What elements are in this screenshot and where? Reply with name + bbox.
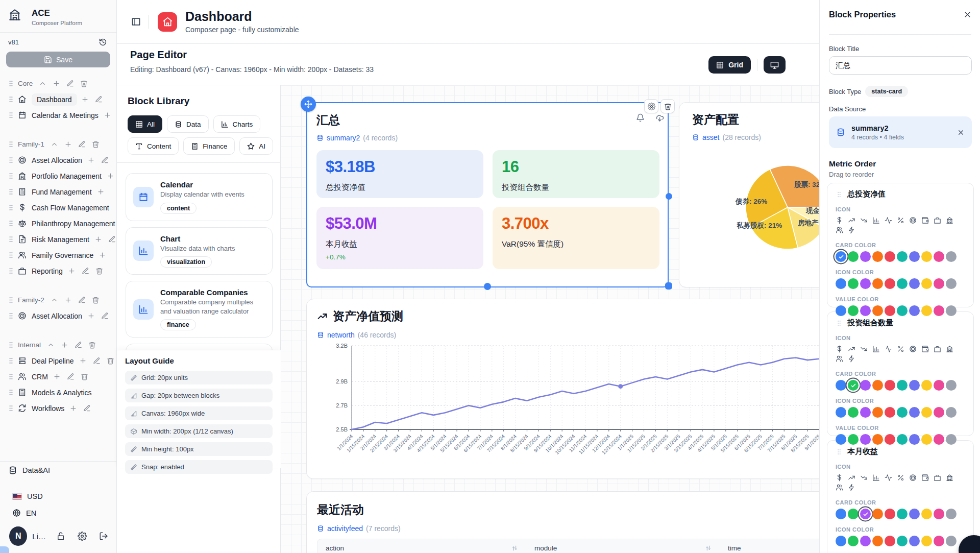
item-pencil-button[interactable] (67, 373, 75, 380)
item-trash-button[interactable] (107, 357, 114, 365)
color-dot-5[interactable] (897, 278, 908, 289)
section-chevUp-button[interactable] (39, 80, 46, 87)
metric-icon-target[interactable] (909, 215, 917, 225)
item-plus-button[interactable] (87, 312, 95, 320)
section-plus-button[interactable] (64, 296, 72, 304)
drag-handle-icon[interactable] (7, 357, 15, 365)
metric-icon-trendDown[interactable] (860, 473, 868, 483)
item-pencil-button[interactable] (101, 156, 109, 164)
resize-corner-handle[interactable] (665, 282, 672, 290)
sidebar-item-cash-flow-management[interactable]: Cash Flow Management (0, 200, 116, 215)
color-dot-6[interactable] (909, 380, 920, 391)
item-pencil-button[interactable] (101, 312, 109, 320)
color-dot-2[interactable] (860, 509, 871, 519)
metric-icon-wallet[interactable] (921, 344, 929, 354)
block-summary[interactable]: 汇总summary2(4 records)$3.18B总投资净值16投资组合数量… (306, 102, 669, 287)
color-dot-6[interactable] (909, 278, 920, 289)
sidebar-item-risk-management[interactable]: Risk Management (0, 231, 116, 247)
drag-handle-icon[interactable] (7, 341, 15, 349)
section-plus-button[interactable] (61, 341, 68, 349)
color-dot-3[interactable] (872, 380, 883, 391)
metric-icon-briefcase[interactable] (934, 344, 941, 354)
drag-handle-icon[interactable] (836, 191, 843, 198)
column-header-time[interactable]: time (717, 544, 819, 552)
color-dot-3[interactable] (872, 509, 883, 519)
metric-icon-wallet[interactable] (921, 215, 929, 225)
block-networth[interactable]: 资产净值预测networth(46 records)1/1/20241/15/2… (306, 299, 819, 479)
color-dot-3[interactable] (872, 278, 883, 289)
section-trash-button[interactable] (92, 140, 100, 148)
source-name[interactable]: summary2 (327, 134, 360, 142)
metric-icon-lightning[interactable] (848, 354, 855, 364)
item-plus-button[interactable] (68, 267, 76, 275)
color-dot-3[interactable] (872, 407, 883, 418)
metric-icon-trendUp[interactable] (848, 473, 855, 483)
item-trash-button[interactable] (95, 267, 103, 275)
section-trash-button[interactable] (80, 80, 88, 87)
metric-icon-percent[interactable] (897, 215, 904, 225)
block-activity[interactable]: 最近活动activityfeed(7 records)actionmodulet… (306, 491, 819, 553)
sidebar-item-family-governance[interactable]: Family Governance (0, 247, 116, 263)
block-title-input[interactable]: 汇总 (829, 56, 972, 75)
color-dot-7[interactable] (921, 305, 932, 316)
source-name[interactable]: activityfeed (327, 524, 363, 533)
metric-icon-bank[interactable] (946, 344, 953, 354)
drag-handle-icon[interactable] (7, 296, 15, 304)
item-plus-button[interactable] (79, 357, 87, 365)
save-button[interactable]: Save (6, 52, 110, 67)
move-handle[interactable] (301, 97, 316, 112)
metric-icon-trendDown[interactable] (860, 215, 868, 225)
color-dot-2[interactable] (860, 536, 871, 546)
color-dot-4[interactable] (885, 407, 895, 418)
panel-toggle-button[interactable] (131, 17, 141, 27)
metric-icon-chart[interactable] (872, 473, 880, 483)
color-dot-2[interactable] (860, 278, 871, 289)
color-dot-5[interactable] (897, 251, 908, 262)
sidebar-item-deal-pipeline[interactable]: Deal Pipeline (0, 353, 116, 369)
color-dot-2[interactable] (860, 251, 871, 262)
color-dot-9[interactable] (946, 251, 957, 262)
color-dot-6[interactable] (909, 305, 920, 316)
filter-chip-finance[interactable]: Finance (183, 137, 235, 155)
color-dot-7[interactable] (921, 278, 932, 289)
metric-icon-target[interactable] (909, 344, 917, 354)
color-dot-3[interactable] (872, 536, 883, 546)
color-dot-6[interactable] (909, 434, 920, 445)
color-dot-0[interactable] (836, 278, 846, 289)
library-card-calendar[interactable]: CalendarDisplay calendar with eventscont… (126, 173, 273, 221)
drag-handle-icon[interactable] (7, 220, 15, 227)
history-button[interactable] (99, 38, 107, 46)
item-plus-button[interactable] (107, 172, 114, 180)
language-selector[interactable]: EN (0, 504, 116, 521)
item-plus-button[interactable] (69, 404, 77, 412)
color-dot-9[interactable] (946, 536, 957, 546)
preview-button[interactable] (764, 56, 786, 74)
color-dot-1[interactable] (848, 305, 859, 316)
color-dot-4[interactable] (885, 251, 895, 262)
section-trash-button[interactable] (92, 296, 100, 304)
drag-handle-icon[interactable] (7, 111, 15, 119)
sidebar-item-models-analytics[interactable]: Models & Analytics (0, 384, 116, 400)
metric-icon-trendDown[interactable] (860, 344, 868, 354)
color-dot-0[interactable] (836, 434, 846, 445)
color-dot-3[interactable] (872, 251, 883, 262)
library-card-comparable-companies[interactable]: Comparable CompaniesComparable company m… (126, 281, 273, 338)
color-dot-4[interactable] (885, 305, 895, 316)
section-pencil-button[interactable] (78, 140, 86, 148)
color-dot-1[interactable] (848, 509, 859, 519)
color-dot-0[interactable] (836, 251, 846, 262)
drag-handle-icon[interactable] (7, 373, 15, 380)
item-pencil-button[interactable] (83, 404, 91, 412)
grid-button[interactable]: Grid (708, 56, 751, 74)
color-dot-4[interactable] (885, 434, 895, 445)
column-header-module[interactable]: module (523, 544, 705, 552)
color-dot-5[interactable] (897, 305, 908, 316)
color-dot-2[interactable] (860, 434, 871, 445)
color-dot-6[interactable] (909, 251, 920, 262)
color-dot-8[interactable] (934, 407, 944, 418)
metric-icon-users[interactable] (836, 225, 843, 235)
color-dot-8[interactable] (934, 536, 944, 546)
color-dot-6[interactable] (909, 536, 920, 546)
avatar[interactable]: N (9, 526, 27, 546)
color-dot-6[interactable] (909, 407, 920, 418)
